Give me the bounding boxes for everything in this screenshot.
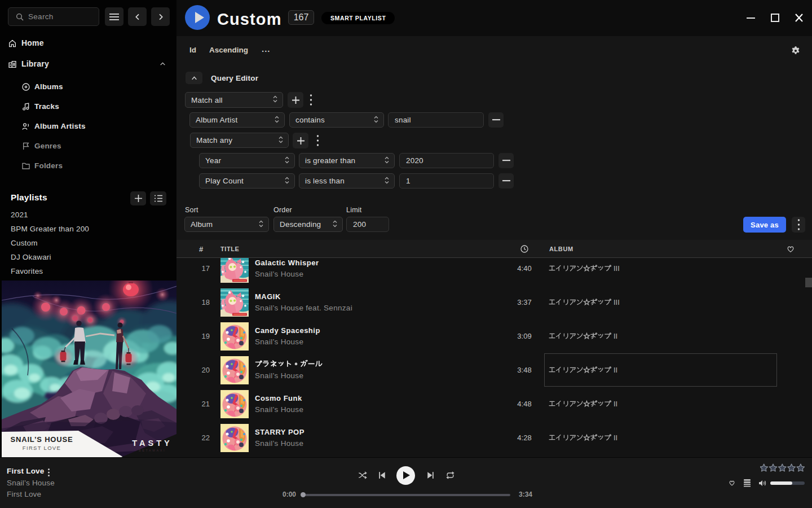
svg-text:III: III (614, 264, 620, 272)
svg-text:BETAMAXI: BETAMAXI (139, 449, 166, 452)
svg-text:TASTY: TASTY (132, 439, 172, 448)
svg-text:II: II (614, 332, 617, 340)
svg-text:II: II (614, 400, 617, 408)
svg-text:II: II (614, 433, 617, 441)
svg-text:FIRST LOVE: FIRST LOVE (23, 445, 61, 451)
svg-text:III: III (614, 298, 620, 306)
svg-text:SNAIL’S HOUSE: SNAIL’S HOUSE (11, 435, 73, 444)
